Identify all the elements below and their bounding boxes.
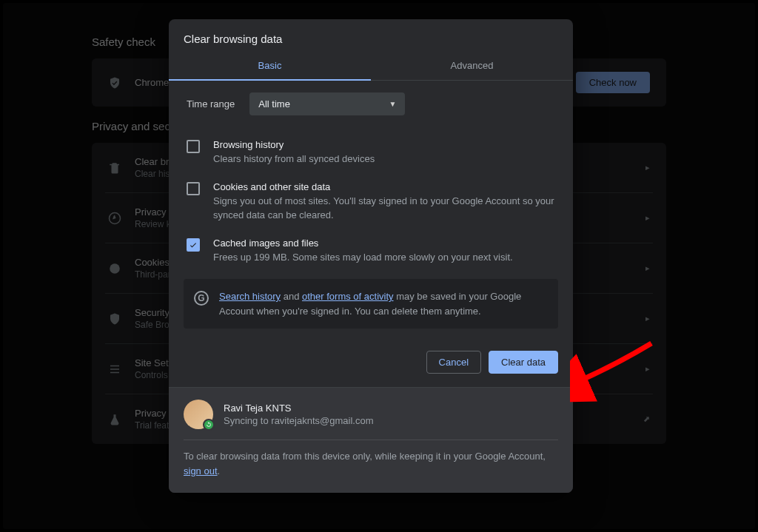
clear-browsing-data-dialog: Clear browsing data Basic Advanced Time …: [169, 19, 573, 493]
profile-name: Ravi Teja KNTS: [224, 403, 374, 414]
checkbox-cached-images[interactable]: [187, 238, 200, 252]
time-range-label: Time range: [187, 98, 235, 110]
option-desc: Clears history from all synced devices: [213, 152, 375, 166]
info-text: Search history and other forms of activi…: [219, 289, 548, 318]
option-title: Cookies and other site data: [213, 181, 555, 192]
option-title: Browsing history: [213, 139, 375, 150]
google-icon: G: [194, 291, 209, 306]
option-title: Cached images and files: [213, 238, 513, 249]
search-history-link[interactable]: Search history: [219, 291, 281, 302]
time-range-select[interactable]: All time ▼: [249, 92, 405, 115]
dialog-title: Clear browsing data: [169, 19, 573, 53]
option-desc: Signs you out of most sites. You'll stay…: [213, 195, 555, 223]
tab-advanced[interactable]: Advanced: [371, 53, 573, 80]
time-range-value: All time: [258, 98, 290, 110]
option-desc: Frees up 199 MB. Some sites may load mor…: [213, 251, 513, 265]
google-info-box: G Search history and other forms of acti…: [184, 279, 558, 329]
profile-row: Ravi Teja KNTS Syncing to ravitejaknts@g…: [184, 400, 558, 429]
checkbox-browsing-history[interactable]: [187, 140, 200, 153]
other-activity-link[interactable]: other forms of activity: [302, 291, 394, 302]
divider: [184, 440, 558, 440]
sign-out-link[interactable]: sign out: [184, 465, 218, 477]
option-browsing-history[interactable]: Browsing history Clears history from all…: [184, 132, 558, 174]
clear-data-button[interactable]: Clear data: [489, 351, 558, 374]
checkbox-cookies[interactable]: [187, 182, 200, 195]
sync-badge-icon: [203, 419, 215, 431]
avatar: [184, 400, 213, 429]
option-cached-images[interactable]: Cached images and files Frees up 199 MB.…: [184, 230, 558, 272]
tab-basic[interactable]: Basic: [169, 53, 371, 80]
option-cookies[interactable]: Cookies and other site data Signs you ou…: [184, 174, 558, 230]
dialog-tabs: Basic Advanced: [169, 53, 573, 81]
cancel-button[interactable]: Cancel: [426, 351, 481, 374]
footer-note: To clear browsing data from this device …: [184, 449, 558, 478]
chevron-down-icon: ▼: [389, 100, 396, 108]
profile-sync-status: Syncing to ravitejaknts@gmail.com: [224, 415, 374, 426]
